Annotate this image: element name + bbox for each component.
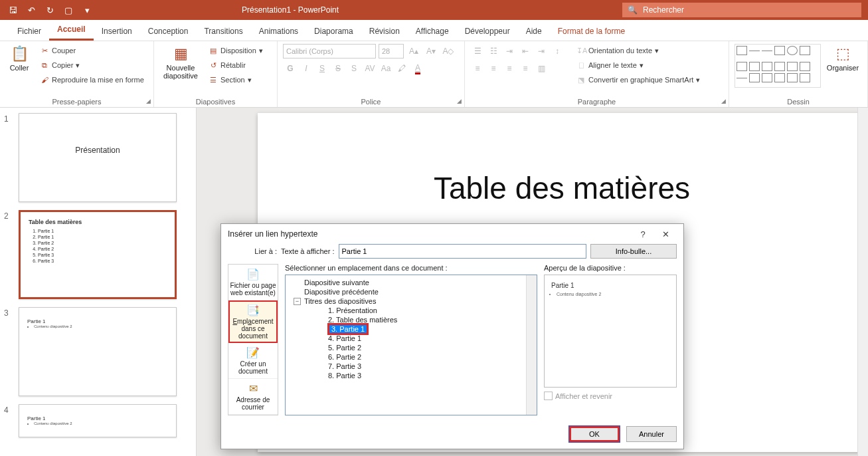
tab-design[interactable]: Conception bbox=[140, 23, 197, 41]
tree-item-titles[interactable]: −Titres des diapositives bbox=[286, 296, 537, 306]
tab-shape-format[interactable]: Format de la forme bbox=[550, 23, 633, 41]
collapse-icon[interactable]: − bbox=[294, 298, 301, 305]
tab-help[interactable]: Aide bbox=[518, 23, 550, 41]
linkto-create-doc[interactable]: 📝 Créer un document bbox=[228, 343, 278, 379]
tab-view[interactable]: Affichage bbox=[408, 23, 457, 41]
align-right-icon[interactable]: ≡ bbox=[502, 61, 517, 76]
format-painter-button[interactable]: 🖌Reproduire la mise en forme bbox=[37, 73, 147, 86]
linkto-place-in-doc[interactable]: 📑 Emplacement dans ce document bbox=[228, 300, 278, 343]
font-color-icon[interactable]: A bbox=[410, 61, 425, 76]
char-spacing-icon[interactable]: AV bbox=[363, 61, 377, 76]
thumb-selected[interactable]: Table des matières Partie 1 Partie 1 Par… bbox=[19, 210, 177, 299]
thumb[interactable]: Partie 1 Contenu diapositive 2 bbox=[19, 307, 177, 396]
thumbnail-pane[interactable]: 1 Présentation 2 Table des matières Part… bbox=[0, 108, 197, 456]
tree-item[interactable]: 4. Partie 1 bbox=[286, 334, 537, 343]
clear-format-icon[interactable]: A◇ bbox=[441, 44, 456, 58]
columns-icon[interactable]: ▥ bbox=[534, 61, 549, 76]
tab-transitions[interactable]: Transitions bbox=[196, 23, 250, 41]
tree-item[interactable]: 1. Présentation bbox=[286, 306, 537, 315]
tab-insert[interactable]: Insertion bbox=[94, 23, 140, 41]
text-direction-button[interactable]: ↧AOrientation du texte ▾ bbox=[574, 44, 703, 57]
underline-button[interactable]: S bbox=[315, 61, 329, 76]
tree-item[interactable]: 7. Partie 3 bbox=[286, 362, 537, 371]
tree-item-prev[interactable]: Diapositive précédente bbox=[286, 287, 537, 296]
thumb-number: 3 bbox=[4, 307, 13, 396]
dialog-launcher-icon[interactable]: ◢ bbox=[721, 98, 726, 104]
qat-more-icon[interactable]: ▾ bbox=[78, 1, 96, 19]
bullets-icon[interactable]: ☰ bbox=[470, 44, 485, 58]
reset-button[interactable]: ↺Rétablir bbox=[206, 58, 266, 72]
tree-scrollbar[interactable] bbox=[526, 275, 537, 415]
highlight-icon[interactable]: 🖍 bbox=[394, 61, 409, 76]
copy-button[interactable]: ⧉Copier ▾ bbox=[37, 58, 147, 72]
insert-hyperlink-dialog: Insérer un lien hypertexte ? ✕ Lier à : … bbox=[220, 223, 684, 449]
thumb-slot[interactable]: 2 Table des matières Partie 1 Partie 1 P… bbox=[4, 210, 192, 299]
outdent-icon[interactable]: ⇤ bbox=[518, 44, 533, 58]
search-input[interactable]: 🔍 Rechercher bbox=[622, 3, 861, 17]
line-spacing-icon[interactable]: ↕ bbox=[550, 44, 564, 58]
shrink-font-icon[interactable]: A▾ bbox=[424, 44, 438, 58]
save-icon[interactable]: 🖫 bbox=[4, 1, 21, 19]
thumb-slot[interactable]: 4 Partie 1 Contenu diapositive 2 bbox=[4, 404, 192, 437]
change-case-icon[interactable]: Aa bbox=[379, 61, 393, 76]
organize-button[interactable]: ⬚ Organiser bbox=[825, 44, 861, 88]
list-level-icon[interactable]: ⇥ bbox=[502, 44, 517, 58]
search-placeholder: Rechercher bbox=[643, 5, 684, 15]
strike-button[interactable]: S bbox=[331, 61, 345, 76]
redo-icon[interactable]: ↻ bbox=[41, 1, 58, 19]
slideshow-icon[interactable]: ▢ bbox=[60, 1, 77, 19]
tab-developer[interactable]: Développeur bbox=[457, 23, 518, 41]
linkto-email[interactable]: ✉ Adresse de courrier bbox=[228, 379, 278, 415]
paste-button[interactable]: 📋 Coller bbox=[5, 44, 33, 88]
thumb-slot[interactable]: 3 Partie 1 Contenu diapositive 2 bbox=[4, 307, 192, 396]
dialog-titlebar[interactable]: Insérer un lien hypertexte ? ✕ bbox=[221, 224, 683, 244]
undo-icon[interactable]: ↶ bbox=[23, 1, 40, 19]
numbering-icon[interactable]: ☷ bbox=[486, 44, 501, 58]
layout-button[interactable]: ▤Disposition ▾ bbox=[206, 44, 266, 57]
help-button[interactable]: ? bbox=[632, 229, 654, 239]
text-to-display-input[interactable] bbox=[339, 244, 586, 259]
font-size-combo[interactable] bbox=[379, 44, 404, 58]
screentip-button[interactable]: Info-bulle... bbox=[590, 244, 677, 259]
thumb[interactable]: Présentation bbox=[19, 113, 177, 202]
tree-item[interactable]: 5. Partie 2 bbox=[286, 343, 537, 352]
tab-animations[interactable]: Animations bbox=[251, 23, 306, 41]
linkto-existing-file[interactable]: 📄 Fichier ou page web existant(e) bbox=[228, 265, 278, 300]
bold-button[interactable]: G bbox=[283, 61, 298, 76]
convert-smartart-button[interactable]: ⬔Convertir en graphique SmartArt ▾ bbox=[574, 73, 703, 86]
tab-review[interactable]: Révision bbox=[361, 23, 408, 41]
cancel-button[interactable]: Annuler bbox=[626, 426, 677, 442]
thumb[interactable]: Partie 1 Contenu diapositive 2 bbox=[19, 404, 177, 437]
quick-access-toolbar: 🖫 ↶ ↻ ▢ ▾ bbox=[0, 1, 96, 19]
tree-item-selected[interactable]: 3. Partie 1 bbox=[286, 324, 537, 334]
close-button[interactable]: ✕ bbox=[654, 229, 677, 239]
new-slide-button[interactable]: ▦ Nouvelle diapositive bbox=[159, 44, 202, 88]
align-center-icon[interactable]: ≡ bbox=[486, 61, 501, 76]
tree-item[interactable]: 2. Table des matières bbox=[286, 315, 537, 324]
tab-home[interactable]: Accueil bbox=[49, 21, 94, 41]
tree-item-next[interactable]: Diapositive suivante bbox=[286, 278, 537, 287]
tree-item[interactable]: 8. Partie 3 bbox=[286, 371, 537, 380]
vertical-scrollbar[interactable] bbox=[857, 108, 868, 456]
italic-button[interactable]: I bbox=[299, 61, 313, 76]
font-name-combo[interactable] bbox=[283, 44, 376, 58]
align-text-button[interactable]: ⎕Aligner le texte ▾ bbox=[574, 58, 703, 72]
shapes-gallery[interactable] bbox=[735, 44, 821, 88]
thumb-slot[interactable]: 1 Présentation bbox=[4, 113, 192, 202]
grow-font-icon[interactable]: A▴ bbox=[406, 44, 421, 58]
ok-button[interactable]: OK bbox=[569, 426, 620, 442]
tree-item[interactable]: 6. Partie 2 bbox=[286, 352, 537, 362]
search-icon: 🔍 bbox=[628, 5, 638, 15]
justify-icon[interactable]: ≡ bbox=[518, 61, 533, 76]
indent-icon[interactable]: ⇥ bbox=[534, 44, 549, 58]
dialog-launcher-icon[interactable]: ◢ bbox=[457, 98, 462, 104]
location-tree[interactable]: Diapositive suivante Diapositive précéde… bbox=[285, 275, 537, 415]
section-button[interactable]: ☰Section ▾ bbox=[206, 73, 266, 86]
align-left-icon[interactable]: ≡ bbox=[470, 61, 485, 76]
tab-slideshow[interactable]: Diaporama bbox=[306, 23, 361, 41]
dialog-launcher-icon[interactable]: ◢ bbox=[146, 98, 151, 104]
shadow-button[interactable]: S bbox=[347, 61, 361, 76]
tab-file[interactable]: Fichier bbox=[9, 23, 49, 41]
cut-button[interactable]: ✂Couper bbox=[37, 44, 147, 57]
slide-title[interactable]: Table des matières bbox=[258, 170, 866, 206]
